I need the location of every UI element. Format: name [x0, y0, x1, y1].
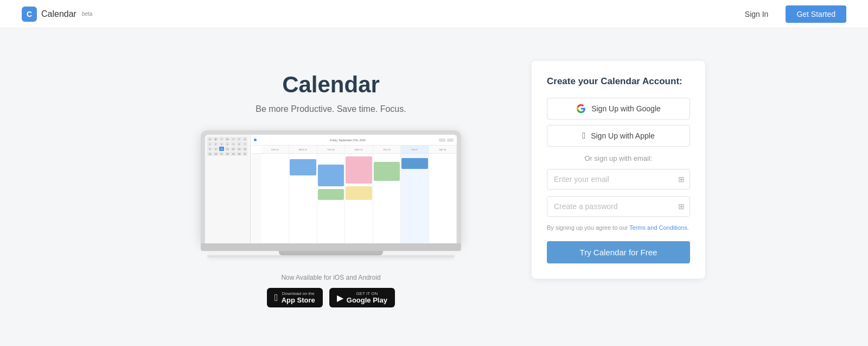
beta-badge: beta: [82, 11, 92, 17]
time-gutter: [251, 146, 261, 153]
day-col: [429, 154, 457, 243]
mini-day: 3: [219, 142, 225, 146]
day-col: [261, 154, 290, 243]
laptop-mockup: S M T W T F S 1 2: [201, 130, 461, 257]
mini-day: 20: [237, 152, 242, 156]
day-col-header: MON 23: [289, 146, 317, 153]
signup-title: Create your Calendar Account:: [547, 76, 690, 87]
mini-day: W: [225, 137, 230, 141]
header-nav: Sign In Get Started: [738, 5, 846, 23]
day-col-header: THU 26: [373, 146, 401, 153]
terms-prefix: By signing up you agree to our: [547, 224, 628, 231]
get-started-button[interactable]: Get Started: [786, 5, 846, 23]
day-col-header: WED 25: [345, 146, 373, 153]
time-col: [251, 154, 261, 243]
mini-day: 8: [207, 147, 213, 151]
calendar-event: [290, 159, 316, 175]
day-col: [289, 154, 317, 243]
day-col: [345, 154, 373, 243]
mini-day: 5: [231, 142, 236, 146]
mini-day: 15: [207, 152, 213, 156]
hero-subtitle: Be more Productive. Save time. Focus.: [163, 104, 499, 114]
logo-area: C Calendar beta: [22, 7, 92, 22]
apple-icon: : [275, 292, 278, 304]
header-dot: [254, 139, 257, 141]
signup-card: Create your Calendar Account: Sign Up wi…: [532, 61, 705, 279]
cal-header-controls: [439, 139, 454, 142]
mini-day: 17: [219, 152, 225, 156]
mini-day: T: [219, 137, 225, 141]
google-icon: [576, 104, 586, 114]
control-btn: [439, 139, 445, 142]
mini-day-today: 10: [219, 147, 225, 151]
hero-content: Calendar Be more Productive. Save time. …: [163, 61, 499, 307]
calendar-grid: SUN 22 MON 23 TUE 24 WED 25 THU 26 FRI 2…: [251, 146, 457, 243]
apple-signup-button[interactable]:  Sign Up with Apple: [547, 125, 690, 147]
mini-day: 11: [225, 147, 230, 151]
mini-day: 21: [242, 152, 248, 156]
badge-row:  Download on the App Store ▶ GET IT ON …: [163, 288, 499, 307]
email-input[interactable]: [547, 169, 690, 190]
laptop-bottom-bar: [207, 255, 455, 257]
laptop-screen-inner: S M T W T F S 1 2: [205, 135, 457, 243]
hero-title: Calendar: [163, 72, 499, 98]
events-area: [251, 154, 457, 243]
mini-day: 9: [213, 147, 219, 151]
google-play-icon: ▶: [337, 293, 343, 303]
mini-day: 2: [213, 142, 219, 146]
app-store-text: Download on the App Store: [282, 291, 315, 304]
calendar-main: Friday, September 27th, 2019 SUN 22: [251, 135, 457, 243]
calendar-header-bar: Friday, September 27th, 2019: [251, 135, 457, 146]
mini-month: S M T W T F S 1 2: [207, 137, 248, 156]
google-play-large-label: Google Play: [347, 296, 387, 304]
cal-columns: [261, 154, 457, 243]
calendar-event: [401, 158, 428, 169]
calendar-ui: S M T W T F S 1 2: [205, 135, 457, 243]
calendar-event: [346, 156, 372, 184]
apple-logo-icon: : [582, 131, 585, 141]
day-col: [373, 154, 401, 243]
mini-day: S: [207, 137, 213, 141]
main-section: Calendar Be more Productive. Save time. …: [0, 28, 868, 346]
mini-day: 12: [231, 147, 236, 151]
laptop-stand: [279, 251, 383, 255]
calendar-event: [318, 165, 344, 186]
apple-signup-label: Sign Up with Apple: [591, 131, 655, 140]
mini-day: 16: [213, 152, 219, 156]
day-col-header: SUN 22: [261, 146, 290, 153]
calendar-event: [318, 189, 344, 200]
google-play-text: GET IT ON Google Play: [347, 291, 387, 304]
google-play-small-label: GET IT ON: [347, 291, 387, 296]
password-input[interactable]: [547, 196, 690, 217]
app-store-badge[interactable]:  Download on the App Store: [267, 288, 323, 307]
calendar-event: [374, 162, 400, 181]
mini-day: 14: [242, 147, 248, 151]
cal-date-label: Friday, September 27th, 2019: [259, 139, 437, 142]
mini-day: 19: [231, 152, 236, 156]
password-field-group: ⊞: [547, 196, 690, 217]
try-calendar-button[interactable]: Try Calendar for Free: [547, 241, 690, 263]
laptop-screen-outer: S M T W T F S 1 2: [201, 130, 461, 243]
google-play-badge[interactable]: ▶ GET IT ON Google Play: [329, 288, 395, 307]
mini-day: 4: [225, 142, 230, 146]
mini-day: 1: [207, 142, 213, 146]
day-col: [401, 154, 429, 243]
mini-day: T: [231, 137, 236, 141]
terms-link[interactable]: Terms and Conditions.: [629, 224, 688, 231]
mini-day: F: [237, 137, 242, 141]
app-available-text: Now Available for iOS and Android: [163, 274, 499, 281]
mini-day: 6: [237, 142, 242, 146]
day-col: [317, 154, 346, 243]
terms-text: By signing up you agree to our Terms and…: [547, 223, 690, 232]
google-signup-label: Sign Up with Google: [591, 104, 661, 113]
logo-letter: C: [27, 10, 32, 18]
day-col-header: TUE 24: [317, 146, 346, 153]
email-field-group: ⊞: [547, 169, 690, 190]
sign-in-button[interactable]: Sign In: [738, 7, 775, 22]
laptop-base: [201, 243, 461, 251]
google-signup-button[interactable]: Sign Up with Google: [547, 98, 690, 119]
email-icon: ⊞: [678, 175, 685, 184]
mini-day: M: [213, 137, 219, 141]
day-col-header: SAT 28: [429, 146, 457, 153]
app-store-small-label: Download on the: [282, 291, 315, 296]
